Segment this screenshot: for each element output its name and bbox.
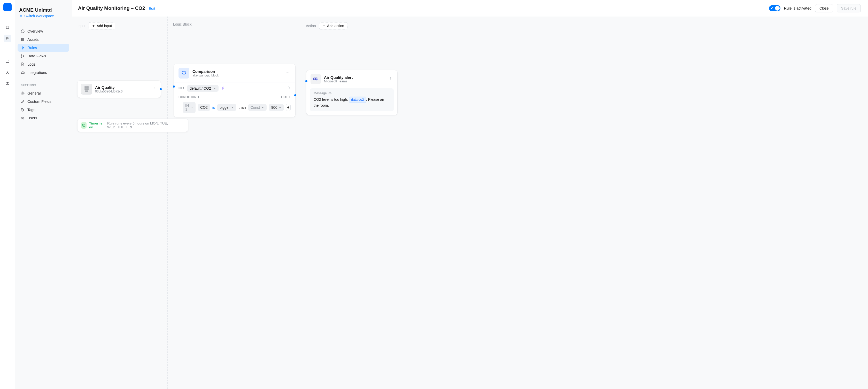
tag-icon (21, 108, 25, 112)
message-body[interactable]: Message CO2 level is too high: data.co2.… (310, 88, 394, 111)
plus-icon (322, 24, 326, 27)
chevron-down-icon (231, 106, 234, 109)
nav-logs[interactable]: Logs (18, 60, 69, 68)
cloud-icon (21, 70, 25, 75)
svg-point-22 (181, 124, 182, 124)
if-keyword: If (179, 105, 181, 109)
gear-icon (21, 91, 25, 95)
activate-toggle[interactable] (769, 5, 780, 11)
bolt-icon (21, 46, 25, 50)
svg-point-6 (7, 84, 8, 85)
svg-point-32 (390, 78, 391, 79)
output-port[interactable] (160, 88, 162, 90)
rail-sync-icon[interactable] (4, 58, 11, 66)
source-select[interactable]: IN 1 (183, 102, 195, 113)
rhs-value: 900 (271, 105, 277, 109)
nav-users[interactable]: Users (18, 114, 69, 122)
bars-icon (5, 5, 10, 9)
nav-custom-fields[interactable]: Custom Fields (18, 98, 69, 105)
svg-point-19 (154, 88, 154, 89)
add-action-button[interactable]: Add action (319, 22, 347, 29)
svg-point-31 (390, 77, 391, 78)
delete-input-button[interactable] (287, 86, 291, 91)
rail-user-icon[interactable] (4, 69, 11, 76)
chevron-down-icon (261, 106, 264, 109)
ellipsis-icon (285, 71, 289, 75)
timer-menu[interactable] (179, 122, 184, 129)
trigger-icon[interactable] (221, 86, 225, 91)
action-menu[interactable] (388, 76, 393, 83)
eye-icon (328, 92, 332, 95)
svg-point-13 (23, 56, 24, 57)
nav-integrations[interactable]: Integrations (18, 69, 69, 76)
topbar: Air Quality Monitoring – CO2 Edit Rule i… (72, 0, 868, 17)
rhs-value-select[interactable]: 900 (269, 104, 284, 111)
input-source-value: default / CO2 (190, 86, 211, 90)
svg-point-14 (22, 93, 24, 94)
timer-on-label: Timer is on. (89, 121, 104, 129)
rhs-type-select[interactable]: Const (248, 104, 267, 111)
in1-label: IN 1 (179, 87, 184, 90)
input-node-id: 03cfa56964d572c6 (95, 90, 122, 93)
nav-label: General (27, 91, 41, 95)
input-node[interactable]: ▓▓▓▓▓▓▓▓▓▓▓ Air Quality 03cfa56964d572c6 (78, 80, 161, 98)
logic-node[interactable]: Comparison akenza logic block IN 1 defau… (174, 64, 295, 117)
svg-point-26 (287, 72, 288, 73)
output-port[interactable] (294, 94, 296, 96)
input-port[interactable] (305, 80, 307, 82)
action-node[interactable]: T Air Quality alert Microsoft Teams Mess… (306, 70, 397, 115)
svg-point-15 (22, 109, 22, 109)
nav-overview[interactable]: Overview (18, 27, 69, 35)
sidebar: ACME Unlmtd Switch Workspace Overview As… (15, 0, 72, 389)
operator-select[interactable]: bigger (217, 104, 237, 111)
edit-link[interactable]: Edit (149, 6, 155, 10)
nav-assets[interactable]: Assets (18, 36, 69, 43)
nav-rules[interactable]: Rules (18, 44, 69, 52)
logic-menu[interactable] (284, 70, 291, 76)
add-input-button[interactable]: Add input (89, 22, 115, 29)
switch-workspace-link[interactable]: Switch Workspace (19, 14, 68, 18)
input-source-select[interactable]: default / CO2 (187, 85, 219, 92)
svg-point-16 (22, 117, 23, 118)
timer-node[interactable]: Timer is on. Rule runs every 6 hours on … (78, 119, 188, 132)
svg-point-12 (21, 57, 22, 58)
file-icon (21, 62, 25, 66)
field-chip[interactable]: CO2 (197, 104, 210, 111)
source-select-value: IN 1 (185, 103, 190, 111)
nav-label: Logs (27, 62, 35, 66)
swap-icon (19, 14, 23, 18)
rail-org-icon[interactable] (4, 24, 11, 32)
swap-icon (5, 60, 9, 64)
switch-workspace-label: Switch Workspace (24, 14, 54, 18)
nav-tags[interactable]: Tags (18, 106, 69, 114)
edit-icon (21, 99, 25, 104)
svg-point-10 (21, 40, 22, 41)
workspace-name: ACME Unlmtd (19, 7, 68, 13)
svg-point-9 (21, 39, 22, 40)
column-divider (301, 17, 301, 389)
add-input-label: Add input (97, 24, 112, 28)
rail-help-icon[interactable] (4, 79, 11, 87)
chevron-down-icon (213, 87, 216, 90)
canvas[interactable]: Input Add input Logic Block Action Add a… (72, 17, 868, 389)
flag-icon (5, 36, 9, 40)
list-icon (21, 37, 25, 41)
plus-icon (92, 24, 95, 27)
add-condition-button[interactable] (286, 104, 291, 111)
input-port[interactable] (173, 86, 175, 88)
close-button[interactable]: Close (815, 4, 833, 12)
logic-column-header: Logic Block (173, 22, 192, 26)
nav-settings: General Custom Fields Tags Users (18, 89, 69, 122)
scales-icon (179, 68, 189, 78)
save-rule-button[interactable]: Save rule (837, 4, 861, 12)
nav-general[interactable]: General (18, 89, 69, 97)
rail-flag-icon[interactable] (4, 35, 11, 42)
timer-desc: Rule runs every 6 hours on MON, TUE, WED… (107, 121, 176, 129)
nav-label: Data Flows (27, 54, 46, 58)
variable-chip[interactable]: data.co2 (349, 97, 366, 103)
nav-dataflows[interactable]: Data Flows (18, 52, 69, 60)
app-logo[interactable] (3, 3, 11, 11)
logic-subtitle: akenza logic block (192, 74, 281, 77)
operator-value: bigger (220, 105, 230, 109)
input-node-menu[interactable] (151, 86, 157, 93)
